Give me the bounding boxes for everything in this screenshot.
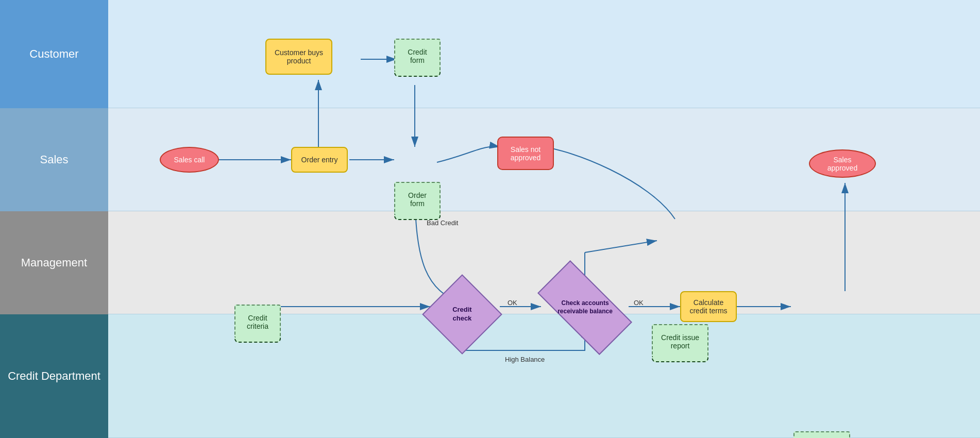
order-entry-label: Order entry xyxy=(301,156,338,164)
check-accounts-node: Check accounts receivable balance xyxy=(537,260,632,355)
diagram-container: Customer Sales Management Credit Departm… xyxy=(0,0,980,438)
credit-check-label: Credit check xyxy=(452,306,472,323)
credit-criteria-label: Credit criteria xyxy=(247,314,268,330)
credit-criteria-node: Credit criteria xyxy=(234,305,281,340)
calculate-credit-node: Calculate credit terms xyxy=(680,291,737,322)
sales-approved-node: Sales approved xyxy=(809,149,876,178)
credit-issue-report-label: Credit issue report xyxy=(661,333,699,350)
canvas: Customer buys product Credit form Sales … xyxy=(108,0,980,438)
sales-not-approved-label: Sales not approved xyxy=(511,145,540,162)
credit-check-node: Credit check xyxy=(422,274,502,355)
credit-form-node: Credit form xyxy=(394,39,441,74)
credit-label: Credit Department xyxy=(8,369,100,383)
lane-label-credit: Credit Department xyxy=(0,314,108,438)
credit-form-label: Credit form xyxy=(408,48,427,64)
management-label: Management xyxy=(21,256,87,269)
sales-label: Sales xyxy=(40,153,68,166)
lane-label-management: Management xyxy=(0,211,108,314)
sales-approved-label: Sales approved xyxy=(827,156,857,172)
ok2-label: OK xyxy=(634,299,644,307)
bad-credit-label: Bad Credit xyxy=(427,219,458,227)
sales-call-label: Sales call xyxy=(174,156,205,164)
sales-call-node: Sales call xyxy=(160,147,219,173)
arrows-svg xyxy=(108,0,980,438)
calculate-credit-label: Calculate credit terms xyxy=(689,298,727,315)
swim-lanes-content: Customer buys product Credit form Sales … xyxy=(108,0,980,438)
terms-approved-node: Terms approved xyxy=(793,431,850,438)
sales-not-approved-node: Sales not approved xyxy=(497,137,554,170)
order-form-label: Order form xyxy=(408,191,427,208)
order-entry-node: Order entry xyxy=(291,147,348,173)
ok1-label: OK xyxy=(508,299,517,307)
customer-buys-node: Customer buys product xyxy=(265,39,332,75)
high-balance-label: High Balance xyxy=(505,356,545,363)
check-accounts-label: Check accounts receivable balance xyxy=(557,299,613,315)
lane-label-customer: Customer xyxy=(0,0,108,108)
swim-lanes-labels: Customer Sales Management Credit Departm… xyxy=(0,0,108,438)
lane-label-sales: Sales xyxy=(0,108,108,211)
credit-issue-report-node: Credit issue report xyxy=(652,324,708,359)
order-form-node: Order form xyxy=(394,182,441,217)
svg-line-12 xyxy=(585,241,657,252)
customer-buys-label: Customer buys product xyxy=(275,48,323,65)
customer-label: Customer xyxy=(29,47,78,61)
